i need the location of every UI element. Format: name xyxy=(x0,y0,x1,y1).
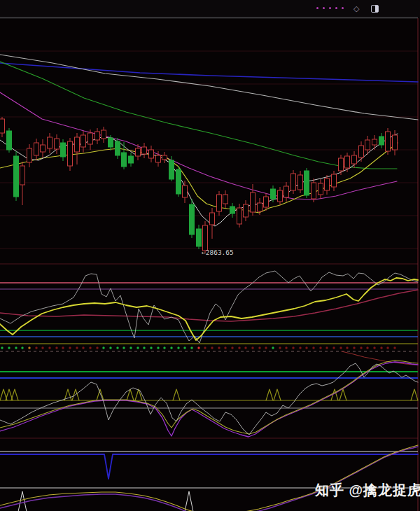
signal-dot xyxy=(28,346,30,349)
signal-dot xyxy=(285,346,287,349)
signal-dot xyxy=(96,346,98,349)
candle-body xyxy=(223,195,228,204)
signal-dot xyxy=(366,346,368,349)
signal-dot xyxy=(48,346,50,349)
candle-body xyxy=(27,148,32,162)
signal-dot xyxy=(69,346,71,349)
candle-body xyxy=(298,175,303,190)
candle-body xyxy=(136,148,141,156)
candle-body xyxy=(197,229,202,246)
signal-dot xyxy=(292,346,294,349)
signal-dot xyxy=(82,346,84,349)
signal-dot xyxy=(35,346,37,349)
candle-body xyxy=(345,156,350,168)
candle-body xyxy=(149,150,154,158)
signal-dot xyxy=(251,346,253,349)
candle-body xyxy=(284,186,289,197)
candle-body xyxy=(244,204,248,217)
candle-body xyxy=(237,208,242,224)
candle-body xyxy=(108,138,113,147)
candle-body xyxy=(48,137,52,148)
signal-dot xyxy=(380,346,382,349)
signal-dot xyxy=(21,346,23,349)
candle-body xyxy=(34,143,39,155)
candle-body xyxy=(217,195,222,211)
candle-body xyxy=(183,186,188,197)
candle-body xyxy=(339,158,344,171)
candle-body xyxy=(352,155,357,164)
signal-dot xyxy=(211,346,213,349)
signal-dot xyxy=(319,346,321,349)
watermark: 知乎 @擒龙捉虎 xyxy=(315,481,420,500)
candle-body xyxy=(81,135,86,147)
signal-dot xyxy=(272,346,274,349)
chart-background xyxy=(0,18,420,511)
signal-dot xyxy=(258,346,260,349)
signal-dot xyxy=(177,346,179,349)
candle-body xyxy=(162,155,167,160)
candle-body xyxy=(61,143,66,157)
candle-body xyxy=(142,147,147,154)
signal-dot xyxy=(1,346,3,349)
candle-body xyxy=(88,133,93,144)
signal-dot xyxy=(150,346,152,349)
candle-body xyxy=(129,156,134,163)
signal-dot xyxy=(163,346,165,349)
candle-body xyxy=(14,156,19,197)
candle-body xyxy=(210,213,215,225)
candle-body xyxy=(0,119,5,133)
signal-dot xyxy=(116,346,118,349)
candle-body xyxy=(393,135,398,150)
candle-body xyxy=(176,169,181,194)
candle-body xyxy=(251,192,255,212)
signal-dot xyxy=(238,346,240,349)
candle-body xyxy=(359,146,364,158)
signal-dot xyxy=(279,346,281,349)
signal-dot xyxy=(312,346,314,349)
candle-body xyxy=(68,141,73,166)
candlestick-chart[interactable]: ←2863.65 xyxy=(0,0,420,511)
signal-dot xyxy=(109,346,111,349)
signal-dot xyxy=(332,346,335,349)
signal-dot xyxy=(346,346,348,349)
signal-dot xyxy=(305,346,307,349)
signal-dot xyxy=(353,346,355,349)
signal-dot xyxy=(76,346,78,349)
signal-dot xyxy=(360,346,362,349)
candle-body xyxy=(379,136,384,145)
candle-body xyxy=(169,160,174,179)
signal-dot xyxy=(157,346,159,349)
candle-body xyxy=(7,131,12,150)
signal-dot xyxy=(183,346,186,349)
candle-body xyxy=(95,132,100,140)
candle-body xyxy=(278,190,283,202)
candle-body xyxy=(75,137,80,152)
signal-dot xyxy=(224,346,226,349)
candle-body xyxy=(332,174,337,187)
signal-dot xyxy=(197,346,200,349)
signal-dot xyxy=(143,346,145,349)
signal-dot xyxy=(265,346,267,349)
candle-body xyxy=(102,130,106,139)
candle-body xyxy=(271,189,276,199)
low-price-label: ←2863.65 xyxy=(202,248,234,256)
candle-body xyxy=(20,166,25,185)
candle-body xyxy=(264,197,269,207)
candle-body xyxy=(291,174,296,190)
signal-dot xyxy=(136,346,139,349)
signal-dot xyxy=(102,346,104,349)
candle-body xyxy=(318,183,323,195)
signal-dot xyxy=(15,346,17,349)
signal-dot xyxy=(393,346,396,349)
candle-body xyxy=(386,132,391,151)
signal-dot xyxy=(55,346,57,349)
signal-dot xyxy=(122,346,125,349)
candle-body xyxy=(258,203,262,211)
signal-dot xyxy=(130,346,132,349)
candle-body xyxy=(156,155,161,162)
signal-dot xyxy=(204,346,206,349)
signal-dot xyxy=(373,346,375,349)
candle-body xyxy=(304,171,309,195)
signal-dot xyxy=(386,346,388,349)
signal-dot xyxy=(190,346,192,349)
